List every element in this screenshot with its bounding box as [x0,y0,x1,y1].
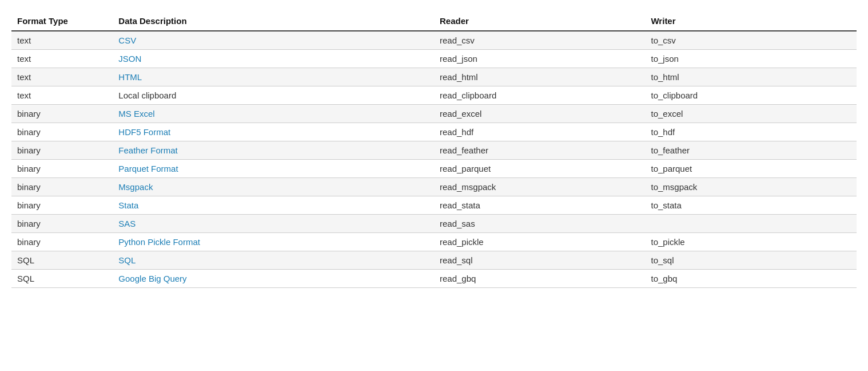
table-row: binaryStataread_statato_stata [11,196,857,215]
cell-format-type: text [11,86,113,105]
table-row: textJSONread_jsonto_json [11,50,857,68]
cell-writer: to_sql [645,251,857,270]
cell-reader: read_sas [434,215,646,233]
cell-reader: read_gbq [434,270,646,288]
cell-data-description[interactable]: MS Excel [113,105,434,123]
cell-writer: to_json [645,50,857,68]
cell-reader: read_msgpack [434,178,646,196]
cell-data-description[interactable]: Msgpack [113,178,434,196]
cell-data-description[interactable]: Google Big Query [113,270,434,288]
cell-data-description: Local clipboard [113,86,434,105]
cell-format-type: binary [11,141,113,160]
cell-reader: read_csv [434,31,646,50]
cell-reader: read_parquet [434,160,646,178]
table-row: binaryHDF5 Formatread_hdfto_hdf [11,123,857,141]
table-row: binaryMsgpackread_msgpackto_msgpack [11,178,857,196]
cell-reader: read_excel [434,105,646,123]
table-row: binaryMS Excelread_excelto_excel [11,105,857,123]
cell-writer: to_html [645,68,857,86]
cell-format-type: binary [11,233,113,251]
table-row: textHTMLread_htmlto_html [11,68,857,86]
cell-reader: read_hdf [434,123,646,141]
cell-format-type: binary [11,123,113,141]
table-row: binarySASread_sas [11,215,857,233]
header-data-description: Data Description [113,11,434,31]
cell-writer: to_excel [645,105,857,123]
cell-writer: to_feather [645,141,857,160]
cell-writer: to_hdf [645,123,857,141]
cell-format-type: binary [11,160,113,178]
cell-reader: read_feather [434,141,646,160]
cell-format-type: binary [11,215,113,233]
table-header-row: Format Type Data Description Reader Writ… [11,11,857,31]
cell-writer: to_gbq [645,270,857,288]
cell-reader: read_json [434,50,646,68]
cell-format-type: SQL [11,251,113,270]
cell-format-type: text [11,50,113,68]
table-row: SQLGoogle Big Queryread_gbqto_gbq [11,270,857,288]
table-row: binaryPython Pickle Formatread_pickleto_… [11,233,857,251]
header-reader: Reader [434,11,646,31]
cell-writer: to_msgpack [645,178,857,196]
cell-writer: to_clipboard [645,86,857,105]
cell-data-description[interactable]: Stata [113,196,434,215]
cell-data-description[interactable]: JSON [113,50,434,68]
cell-data-description[interactable]: Feather Format [113,141,434,160]
cell-format-type: text [11,31,113,50]
cell-format-type: binary [11,178,113,196]
header-writer: Writer [645,11,857,31]
table-row: textCSVread_csvto_csv [11,31,857,50]
cell-writer: to_stata [645,196,857,215]
format-table: Format Type Data Description Reader Writ… [11,11,857,288]
cell-writer: to_parquet [645,160,857,178]
table-row: SQLSQLread_sqlto_sql [11,251,857,270]
cell-reader: read_pickle [434,233,646,251]
cell-reader: read_html [434,68,646,86]
cell-data-description[interactable]: CSV [113,31,434,50]
cell-data-description[interactable]: Python Pickle Format [113,233,434,251]
cell-writer [645,215,857,233]
cell-reader: read_sql [434,251,646,270]
table-row: binaryParquet Formatread_parquetto_parqu… [11,160,857,178]
cell-data-description[interactable]: Parquet Format [113,160,434,178]
cell-data-description[interactable]: HTML [113,68,434,86]
cell-format-type: binary [11,196,113,215]
cell-data-description[interactable]: SAS [113,215,434,233]
cell-writer: to_pickle [645,233,857,251]
cell-data-description[interactable]: HDF5 Format [113,123,434,141]
cell-reader: read_clipboard [434,86,646,105]
cell-reader: read_stata [434,196,646,215]
table-row: binaryFeather Formatread_featherto_feath… [11,141,857,160]
cell-writer: to_csv [645,31,857,50]
header-format-type: Format Type [11,11,113,31]
cell-format-type: SQL [11,270,113,288]
cell-data-description[interactable]: SQL [113,251,434,270]
cell-format-type: text [11,68,113,86]
cell-format-type: binary [11,105,113,123]
table-row: textLocal clipboardread_clipboardto_clip… [11,86,857,105]
